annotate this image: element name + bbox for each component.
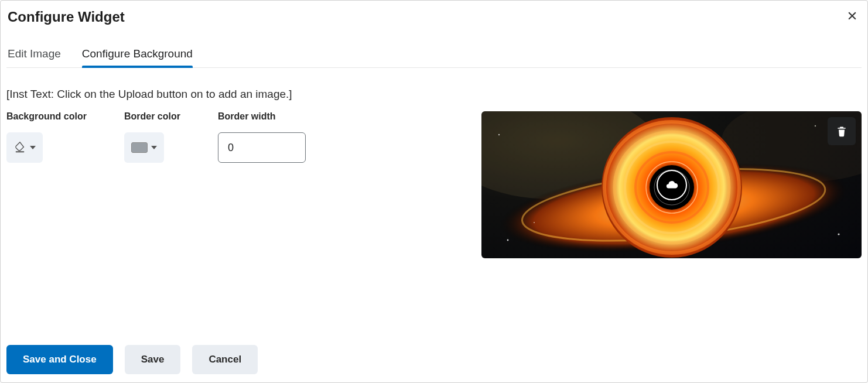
image-preview xyxy=(481,111,862,258)
fill-icon xyxy=(13,141,26,155)
border-color-swatch xyxy=(131,142,148,153)
cancel-button[interactable]: Cancel xyxy=(192,345,258,374)
border-width-input[interactable] xyxy=(218,132,306,163)
border-color-label: Border color xyxy=(124,111,180,122)
svg-point-16 xyxy=(838,233,839,235)
border-color-group: Border color xyxy=(124,111,180,163)
border-color-picker[interactable] xyxy=(124,132,164,163)
dialog-body: [Inst Text: Click on the Upload button o… xyxy=(6,68,862,374)
config-row: Background color Border color xyxy=(6,111,862,258)
close-button[interactable] xyxy=(845,9,859,25)
background-color-label: Background color xyxy=(6,111,87,122)
svg-point-18 xyxy=(498,134,500,135)
tabs: Edit Image Configure Background xyxy=(6,47,862,68)
chevron-down-icon xyxy=(151,146,157,149)
config-controls: Background color Border color xyxy=(6,111,306,163)
configure-widget-dialog: Configure Widget Edit Image Configure Ba… xyxy=(0,0,868,383)
border-width-group: Border width xyxy=(218,111,306,163)
background-color-group: Background color xyxy=(6,111,87,163)
close-icon xyxy=(846,10,858,22)
tab-edit-image[interactable]: Edit Image xyxy=(8,47,61,67)
svg-point-15 xyxy=(534,222,535,223)
dialog-header: Configure Widget xyxy=(6,6,862,25)
border-width-label: Border width xyxy=(218,111,306,122)
svg-point-17 xyxy=(815,125,816,126)
chevron-down-icon xyxy=(30,146,36,149)
svg-rect-0 xyxy=(16,151,25,152)
background-color-picker[interactable] xyxy=(6,132,43,163)
dialog-title: Configure Widget xyxy=(8,9,125,25)
upload-button[interactable] xyxy=(657,170,687,200)
dialog-footer: Save and Close Save Cancel xyxy=(6,345,862,374)
save-button[interactable]: Save xyxy=(125,345,181,374)
tab-configure-background[interactable]: Configure Background xyxy=(82,47,193,67)
svg-point-14 xyxy=(507,240,509,241)
upload-cloud-icon xyxy=(665,179,678,192)
trash-icon xyxy=(836,125,848,137)
delete-image-button[interactable] xyxy=(828,117,856,145)
instruction-text: [Inst Text: Click on the Upload button o… xyxy=(6,88,862,101)
save-and-close-button[interactable]: Save and Close xyxy=(6,345,113,374)
